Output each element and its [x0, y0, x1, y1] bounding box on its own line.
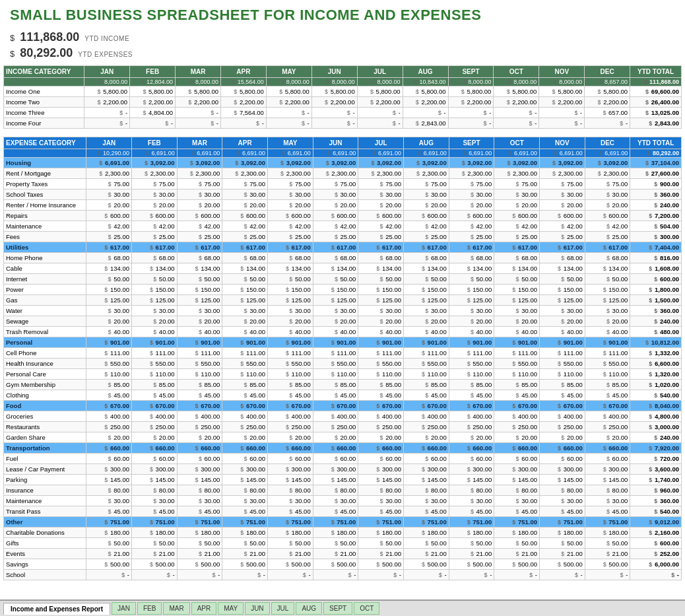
tab-jul[interactable]: JUL — [271, 602, 295, 615]
tab-feb[interactable]: FEB — [137, 602, 162, 615]
expense-section-header: Housing$ 6,691.00$ 3,092.00$ 3,092.00$ 3… — [4, 158, 682, 168]
expense-col-sept: SEPT — [449, 137, 494, 149]
expense-cell: $ 145.00 — [540, 475, 585, 485]
ytd-income-amount: 111,868.00 — [20, 30, 79, 44]
expense-cell: $ 400.00 — [494, 411, 540, 422]
income-cell: $ 5,800.00 — [585, 86, 630, 97]
expense-section-total: $ 901.00 — [313, 337, 358, 348]
income-total-aug: $ 10,843.00 — [403, 78, 448, 86]
tab-aug[interactable]: AUG — [296, 602, 322, 615]
expense-cell: $ 45.00 — [404, 506, 449, 517]
expense-row: Fees$ 25.00$ 25.00$ 25.00$ 25.00$ 25.00$… — [4, 232, 682, 242]
expense-cell: $ 45.00 — [449, 390, 494, 401]
income-col-may: MAY — [266, 66, 311, 78]
expense-section-header: Utilities$ 617.00$ 617.00$ 617.00$ 617.0… — [4, 242, 682, 253]
expense-cell: $ - — [222, 570, 268, 580]
tab-mar[interactable]: MAR — [163, 602, 189, 615]
expense-cell: $ 45.00 — [222, 506, 268, 517]
expense-cell: $ 110.00 — [222, 369, 268, 380]
expense-section-total: $ 901.00 — [404, 337, 449, 348]
title-area: SMALL BUSINESS SPREADSHEET FOR INCOME AN… — [0, 0, 685, 27]
expense-cell: $ 2,300.00 — [222, 168, 268, 179]
expense-cell: $ 4,800.00 — [630, 411, 682, 422]
expense-cell: $ 20.00 — [540, 200, 585, 211]
expense-cell: $ 900.00 — [630, 179, 682, 189]
expense-section-header: Other$ 751.00$ 751.00$ 751.00$ 751.00$ 7… — [4, 517, 682, 528]
expense-totals-row: $ 10,290.00 $ 6,691.00 $ 6,691.00 $ 6,69… — [4, 149, 682, 158]
expense-section-total: $ 751.00 — [222, 517, 268, 528]
income-cell: $ - — [266, 118, 311, 129]
tab-jan[interactable]: JAN — [112, 602, 136, 615]
expense-cell: $ 68.00 — [131, 253, 177, 263]
expense-section-total: $ 37,104.00 — [630, 158, 682, 168]
expense-cell: $ 2,300.00 — [313, 168, 358, 179]
expense-section-total: $ 617.00 — [494, 242, 540, 253]
income-cell: $ - — [357, 108, 403, 118]
expense-section-total: $ 670.00 — [131, 401, 177, 411]
expense-cell: $ 25.00 — [131, 232, 177, 242]
expense-cell: $ 1,500.00 — [630, 295, 682, 306]
expense-cell: $ 550.00 — [404, 359, 449, 369]
expense-cell: $ 75.00 — [585, 179, 630, 189]
tab-oct[interactable]: OCT — [354, 602, 379, 615]
expense-cell: $ 20.00 — [404, 200, 449, 211]
expense-cell: $ 550.00 — [358, 359, 404, 369]
expense-cell: $ 600.00 — [630, 538, 682, 549]
expense-cell: $ 125.00 — [222, 295, 268, 306]
income-cell: $ - — [220, 118, 266, 129]
expense-cell: $ 30.00 — [540, 496, 585, 506]
expense-section-total: $ 751.00 — [131, 517, 177, 528]
expense-cell: $ 134.00 — [222, 263, 268, 274]
expense-row: Lease / Car Payment$ 300.00$ 300.00$ 300… — [4, 464, 682, 475]
income-row: Income Three$ -$ 4,804.00$ -$ 7,564.00$ … — [4, 108, 682, 118]
expense-cell: $ 145.00 — [449, 475, 494, 485]
expense-cell: $ 45.00 — [177, 506, 222, 517]
tab-income-expenses-report[interactable]: Income and Expenses Report — [3, 603, 110, 615]
expense-cell: $ 25.00 — [540, 232, 585, 242]
expense-cell: $ 20.00 — [131, 200, 177, 211]
expense-section-total: $ 6,691.00 — [86, 158, 132, 168]
income-cell: $ - — [357, 118, 403, 129]
expense-row-name: Rent / Mortgage — [4, 168, 86, 179]
expense-cell: $ 21.00 — [131, 549, 177, 559]
tab-sept[interactable]: SEPT — [323, 602, 352, 615]
expense-cell: $ 42.00 — [358, 221, 404, 232]
expense-cell: $ 30.00 — [540, 189, 585, 200]
expense-row-name: Fuel — [4, 454, 86, 464]
expense-row-name: Power — [4, 285, 86, 295]
expense-cell: $ 500.00 — [131, 559, 177, 570]
ytd-expenses-label: YTD EXPENSES — [78, 51, 133, 58]
expense-cell: $ 27,600.00 — [630, 168, 682, 179]
income-cell: $ 2,200.00 — [585, 97, 630, 108]
tab-apr[interactable]: APR — [191, 602, 217, 615]
expense-cell: $ 30.00 — [585, 496, 630, 506]
expense-cell: $ 1,800.00 — [630, 285, 682, 295]
expense-cell: $ 45.00 — [404, 390, 449, 401]
expense-cell: $ 21.00 — [540, 549, 585, 559]
expense-cell: $ 400.00 — [268, 411, 313, 422]
expense-cell: $ 500.00 — [358, 559, 404, 570]
expense-cell: $ 80.00 — [268, 485, 313, 496]
tab-jun[interactable]: JUN — [245, 602, 269, 615]
income-cell: $ 26,400.00 — [630, 97, 682, 108]
expense-row-name: Renter / Home Insurance — [4, 200, 86, 211]
expense-cell: $ 20.00 — [358, 316, 404, 327]
expense-cell: $ 400.00 — [131, 411, 177, 422]
expense-row-name: Lease / Car Payment — [4, 464, 86, 475]
expense-cell: $ 550.00 — [268, 359, 313, 369]
income-col-ytd: YTD TOTAL — [630, 66, 682, 78]
expense-cell: $ 500.00 — [222, 559, 268, 570]
expense-cell: $ 30.00 — [313, 496, 358, 506]
expense-cell: $ 80.00 — [404, 485, 449, 496]
expense-cell: $ 20.00 — [585, 432, 630, 443]
tab-may[interactable]: MAY — [218, 602, 244, 615]
expense-cell: $ 125.00 — [86, 295, 132, 306]
income-cell: $ - — [176, 118, 221, 129]
expense-cell: $ 45.00 — [494, 506, 540, 517]
expense-row: Insurance$ 80.00$ 80.00$ 80.00$ 80.00$ 8… — [4, 485, 682, 496]
expense-section-total: $ 660.00 — [404, 443, 449, 454]
expense-cell: $ 300.00 — [131, 464, 177, 475]
expense-total-oct: $ 6,691.00 — [494, 149, 540, 158]
expense-cell: $ 30.00 — [404, 189, 449, 200]
expense-section-total: $ 751.00 — [177, 517, 222, 528]
